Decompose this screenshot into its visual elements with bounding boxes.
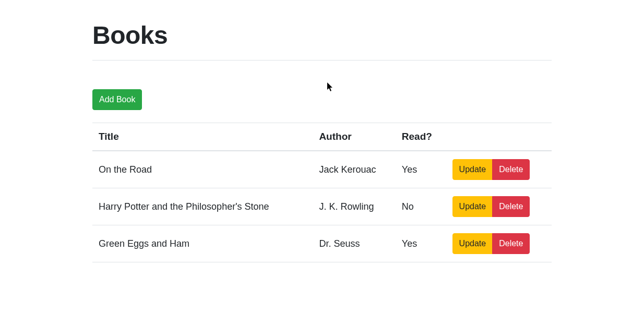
row-action-group: Update Delete	[452, 159, 530, 180]
row-action-group: Update Delete	[452, 233, 530, 254]
cell-read: Yes	[396, 151, 446, 188]
cell-author: J. K. Rowling	[313, 188, 395, 225]
delete-button[interactable]: Delete	[492, 159, 530, 180]
update-button[interactable]: Update	[452, 159, 493, 180]
row-action-group: Update Delete	[452, 196, 530, 217]
cell-read: Yes	[396, 225, 446, 262]
header-read: Read?	[396, 123, 446, 151]
update-button[interactable]: Update	[452, 233, 493, 254]
cell-title: Harry Potter and the Philosopher's Stone	[92, 188, 313, 225]
header-author: Author	[313, 123, 395, 151]
header-title: Title	[92, 123, 313, 151]
header-actions	[446, 123, 552, 151]
update-button[interactable]: Update	[452, 196, 493, 217]
table-header-row: Title Author Read?	[92, 123, 552, 151]
cell-title: On the Road	[92, 151, 313, 188]
table-row: Green Eggs and Ham Dr. Seuss Yes Update …	[92, 225, 552, 262]
cell-actions: Update Delete	[446, 188, 552, 225]
cell-actions: Update Delete	[446, 225, 552, 262]
cell-title: Green Eggs and Ham	[92, 225, 313, 262]
cell-read: No	[396, 188, 446, 225]
cell-actions: Update Delete	[446, 151, 552, 188]
table-row: On the Road Jack Kerouac Yes Update Dele…	[92, 151, 552, 188]
page-container: Books Add Book Title Author Read? On the…	[82, 21, 562, 283]
cell-author: Dr. Seuss	[313, 225, 395, 262]
add-book-button[interactable]: Add Book	[92, 89, 142, 110]
delete-button[interactable]: Delete	[492, 233, 530, 254]
page-title: Books	[92, 21, 552, 50]
cell-author: Jack Kerouac	[313, 151, 395, 188]
delete-button[interactable]: Delete	[492, 196, 530, 217]
title-divider	[92, 60, 552, 61]
books-table: Title Author Read? On the Road Jack Kero…	[92, 123, 552, 262]
table-row: Harry Potter and the Philosopher's Stone…	[92, 188, 552, 225]
